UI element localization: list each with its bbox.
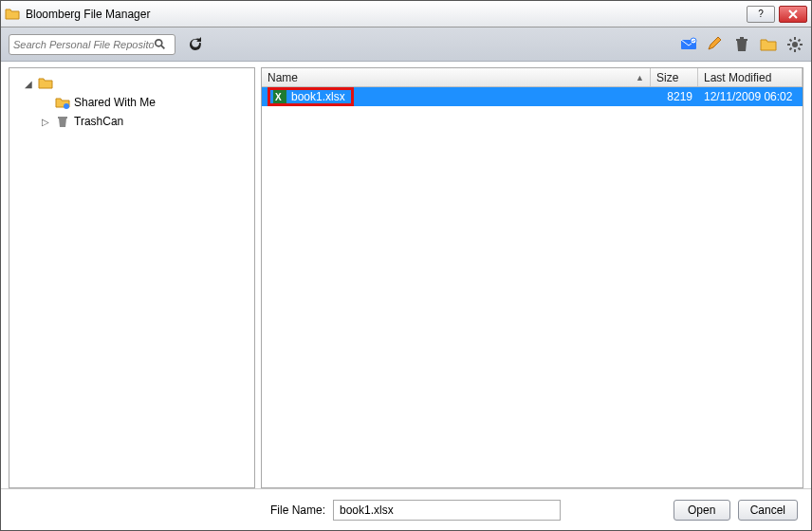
svg-point-6: [64, 103, 69, 109]
gear-icon[interactable]: [786, 36, 803, 53]
sidebar-item-label: Shared With Me: [74, 96, 156, 109]
open-button[interactable]: Open: [674, 500, 730, 521]
content-area: ◢ Shared With Me ▷ TrashCan: [1, 62, 811, 488]
file-size: 8219: [651, 90, 698, 103]
search-input[interactable]: [13, 39, 154, 50]
close-button[interactable]: [779, 6, 807, 23]
file-name: book1.xlsx: [291, 90, 351, 103]
trash-icon[interactable]: [733, 36, 750, 53]
sidebar-item-shared[interactable]: Shared With Me: [13, 93, 250, 112]
sidebar-item-label: TrashCan: [74, 115, 123, 128]
sort-asc-icon: ▲: [636, 73, 644, 82]
window-title: Bloomberg File Manager: [26, 8, 747, 21]
title-bar: Bloomberg File Manager ?: [1, 1, 811, 27]
footer-bar: File Name: Open Cancel: [1, 488, 811, 530]
filename-input[interactable]: [333, 500, 561, 521]
tree-root[interactable]: ◢: [13, 74, 250, 93]
help-button[interactable]: ?: [747, 6, 775, 23]
svg-text:X: X: [275, 92, 282, 102]
column-header-name[interactable]: Name ▲: [262, 68, 651, 86]
list-body: X book1.xlsx 8219 12/11/2009 06:02: [262, 87, 803, 487]
refresh-button[interactable]: [185, 34, 206, 55]
collapse-arrow-icon[interactable]: ▷: [42, 117, 51, 127]
svg-rect-3: [736, 39, 747, 41]
svg-point-5: [792, 42, 798, 47]
sidebar-item-trashcan[interactable]: ▷ TrashCan: [13, 112, 250, 131]
column-header-size[interactable]: Size: [651, 68, 698, 86]
folder-open-icon: [38, 76, 53, 91]
sidebar-tree: ◢ Shared With Me ▷ TrashCan: [9, 67, 255, 488]
file-row[interactable]: X book1.xlsx 8219 12/11/2009 06:02: [262, 87, 803, 106]
window-controls: ?: [747, 6, 807, 23]
svg-rect-4: [740, 37, 744, 39]
cancel-button[interactable]: Cancel: [738, 500, 798, 521]
list-header: Name ▲ Size Last Modified: [262, 68, 803, 87]
trashcan-icon: [55, 114, 70, 129]
expand-arrow-icon[interactable]: ◢: [25, 79, 34, 89]
svg-rect-7: [58, 117, 67, 119]
column-header-modified[interactable]: Last Modified: [698, 68, 803, 86]
highlighted-file: X book1.xlsx: [268, 87, 354, 106]
search-box[interactable]: [9, 34, 175, 55]
shared-folder-icon: [55, 95, 70, 110]
file-list: Name ▲ Size Last Modified X book1.xlsx 8…: [261, 67, 803, 488]
toolbar: [1, 27, 811, 62]
mail-icon[interactable]: [680, 36, 697, 53]
filename-label: File Name:: [270, 504, 325, 517]
folder-icon[interactable]: [760, 36, 777, 53]
toolbar-actions: [680, 36, 803, 53]
search-icon[interactable]: [154, 38, 167, 51]
app-folder-icon: [5, 7, 20, 22]
excel-file-icon: X: [272, 89, 287, 104]
file-modified: 12/11/2009 06:02: [698, 90, 803, 103]
pencil-icon[interactable]: [707, 36, 724, 53]
svg-point-0: [156, 39, 162, 46]
